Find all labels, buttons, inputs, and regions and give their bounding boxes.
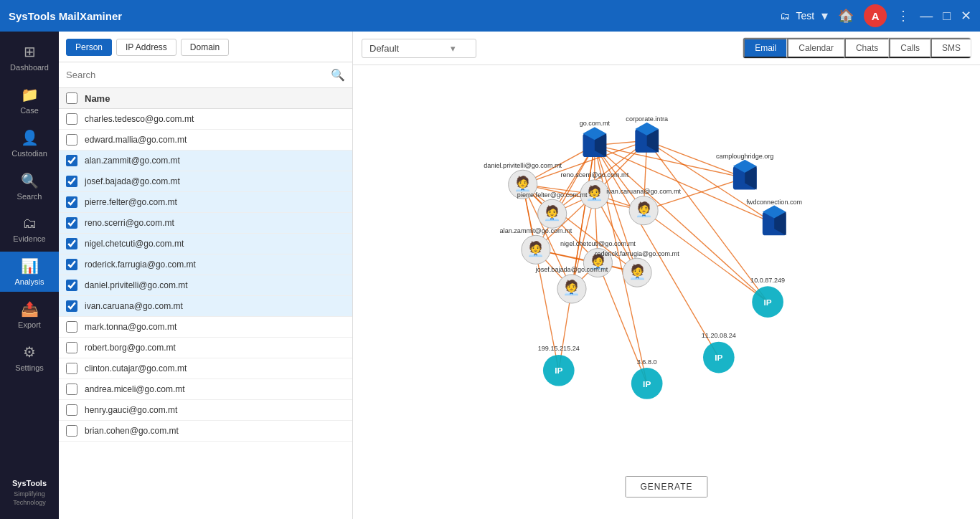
contacts-table: Name charles.tedesco@go.com.mt edward.ma… — [59, 88, 352, 519]
svg-text:11.20.08.24: 11.20.08.24 — [702, 332, 736, 339]
row-checkbox-7[interactable] — [66, 238, 77, 249]
filter-tab-ip[interactable]: IP Address — [116, 39, 176, 56]
sidebar-item-custodian[interactable]: 👤 Custodian — [0, 123, 59, 163]
contact-name: pierre.felter@go.com.mt — [85, 197, 345, 207]
row-checkbox-2[interactable] — [66, 134, 77, 146]
row-checkbox-12[interactable] — [66, 342, 77, 353]
row-checkbox-10[interactable] — [66, 300, 77, 312]
select-all-checkbox[interactable] — [66, 92, 77, 104]
row-checkbox-14[interactable] — [66, 384, 77, 395]
table-row: josef.bajada@go.com.mt — [59, 171, 352, 192]
sidebar: ⊞ Dashboard 📁 Case 👤 Custodian 🔍 Search … — [0, 32, 59, 519]
sidebar-item-dashboard[interactable]: ⊞ Dashboard — [0, 37, 59, 77]
sidebar-label-dashboard: Dashboard — [10, 63, 49, 72]
app-header: SysTools MailXaminer 🗂 Test ▾ 🏠 A ⋮ — □ … — [0, 0, 980, 32]
table-row: ivan.caruana@go.com.mt — [59, 296, 352, 317]
sidebar-item-evidence[interactable]: 🗂 Evidence — [0, 209, 59, 249]
right-panel: Default ▾ Email Calendar Chats Calls SMS… — [353, 32, 980, 519]
search-bar: 🔍 — [59, 62, 352, 88]
node-josef.bajada[interactable]: 🧑‍💼josef.bajada@go.com.mt — [535, 266, 608, 303]
tab-sms[interactable]: SMS — [930, 38, 971, 58]
menu-icon[interactable]: ⋮ — [897, 8, 910, 24]
search-input[interactable] — [66, 70, 331, 80]
dashboard-icon: ⊞ — [24, 43, 36, 60]
left-panel: Person IP Address Domain 🔍 Name charles.… — [59, 32, 353, 519]
minimize-icon[interactable]: — — [920, 9, 933, 24]
sidebar-item-search[interactable]: 🔍 Search — [0, 166, 59, 206]
tab-calls[interactable]: Calls — [889, 38, 930, 58]
contact-name: alan.zammit@go.com.mt — [85, 156, 345, 166]
node-199.15.215.24[interactable]: IP199.15.215.24 — [538, 345, 580, 386]
table-row: reno.scerri@go.com.mt — [59, 213, 352, 234]
row-checkbox-4[interactable] — [66, 176, 77, 187]
sidebar-label-evidence: Evidence — [13, 234, 45, 243]
svg-text:fwdconnection.com: fwdconnection.com — [746, 199, 802, 206]
table-row: edward.mallia@go.com.mt — [59, 130, 352, 151]
search-icon[interactable]: 🔍 — [331, 68, 345, 82]
row-checkbox-3[interactable] — [66, 155, 77, 166]
contact-name: robert.borg@go.com.mt — [85, 343, 345, 353]
node-11.20.08.24[interactable]: IP11.20.08.24 — [702, 332, 736, 373]
briefcase-icon: 🗂 — [780, 10, 790, 22]
dropdown-value: Default — [369, 43, 399, 54]
row-checkbox-16[interactable] — [66, 425, 77, 437]
row-checkbox-6[interactable] — [66, 217, 77, 229]
row-checkbox-15[interactable] — [66, 404, 77, 416]
table-row: henry.gauci@go.com.mt — [59, 400, 352, 421]
filter-tab-person[interactable]: Person — [66, 39, 112, 56]
sidebar-item-settings[interactable]: ⚙ Settings — [0, 338, 59, 378]
row-checkbox-11[interactable] — [66, 321, 77, 333]
svg-text:IP: IP — [715, 353, 722, 363]
sidebar-item-analysis[interactable]: 📊 Analysis — [0, 252, 59, 292]
header-actions: ▾ 🏠 A ⋮ — □ ✕ — [821, 4, 971, 27]
network-area: go.com.mtcorporate.intracamploughridge.o… — [353, 65, 980, 519]
table-row: robert.borg@go.com.mt — [59, 338, 352, 358]
avatar[interactable]: A — [864, 4, 887, 27]
svg-text:pierre.felter@go.com.mt: pierre.felter@go.com.mt — [517, 191, 588, 199]
row-checkbox-8[interactable] — [66, 259, 77, 270]
node-ivan.caruana[interactable]: 🧑‍💼ivan.caruana@go.com.mt — [606, 188, 681, 225]
row-checkbox-1[interactable] — [66, 113, 77, 125]
tab-email[interactable]: Email — [743, 38, 787, 58]
home-icon[interactable]: 🏠 — [838, 8, 854, 24]
view-dropdown[interactable]: Default ▾ — [362, 39, 476, 58]
network-graph: go.com.mtcorporate.intracamploughridge.o… — [353, 65, 980, 519]
sidebar-label-analysis: Analysis — [15, 277, 44, 286]
maximize-icon[interactable]: □ — [943, 9, 951, 24]
case-icon: 📁 — [21, 86, 39, 103]
close-icon[interactable]: ✕ — [961, 8, 971, 24]
project-title: 🗂 Test — [780, 10, 814, 22]
tab-calendar[interactable]: Calendar — [787, 38, 844, 58]
tab-chats[interactable]: Chats — [844, 38, 889, 58]
sidebar-item-case[interactable]: 📁 Case — [0, 80, 59, 120]
row-checkbox-5[interactable] — [66, 196, 77, 208]
generate-button[interactable]: GENERATE — [625, 476, 707, 497]
sidebar-item-export[interactable]: 📤 Export — [0, 295, 59, 335]
export-icon: 📤 — [21, 300, 39, 318]
contact-name: ivan.caruana@go.com.mt — [85, 301, 345, 311]
row-checkbox-13[interactable] — [66, 363, 77, 374]
filter-tab-domain[interactable]: Domain — [181, 39, 229, 56]
table-row: clinton.cutajar@go.com.mt — [59, 358, 352, 379]
contact-name: daniel.privitelli@go.com.mt — [85, 280, 345, 290]
svg-text:ivan.caruana@go.com.mt: ivan.caruana@go.com.mt — [606, 188, 681, 195]
settings-icon: ⚙ — [23, 343, 36, 361]
svg-text:🧑‍💼: 🧑‍💼 — [543, 204, 561, 222]
svg-text:🧑‍💼: 🧑‍💼 — [628, 263, 646, 280]
sidebar-label-search: Search — [17, 192, 42, 201]
table-header: Name — [59, 88, 352, 109]
row-checkbox-9[interactable] — [66, 280, 77, 291]
node-10.0.87.249[interactable]: IP10.0.87.249 — [750, 277, 785, 318]
contact-name: edward.mallia@go.com.mt — [85, 135, 345, 145]
contact-name: josef.bajada@go.com.mt — [85, 176, 345, 186]
svg-text:3.6.8.0: 3.6.8.0 — [637, 358, 657, 366]
sidebar-label-case: Case — [20, 106, 39, 115]
contact-name: mark.tonna@go.com.mt — [85, 322, 345, 332]
node-3.6.8.0[interactable]: IP3.6.8.0 — [631, 358, 663, 399]
table-row: brian.cohen@go.com.mt — [59, 421, 352, 442]
dropdown-arrow-icon[interactable]: ▾ — [821, 8, 828, 24]
node-go.com.mt[interactable]: go.com.mt — [580, 120, 611, 157]
contact-name: roderick.farrugia@go.com.mt — [85, 260, 345, 270]
svg-text:IP: IP — [764, 297, 772, 308]
node-fwdconnection.com[interactable]: fwdconnection.com — [746, 199, 802, 236]
